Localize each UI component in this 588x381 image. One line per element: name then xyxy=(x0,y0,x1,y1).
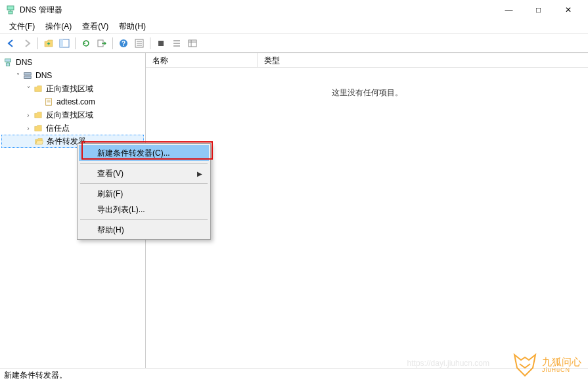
forward-button[interactable] xyxy=(20,36,34,51)
menu-action[interactable]: 操作(A) xyxy=(40,20,77,34)
context-label: 查看(V) xyxy=(97,168,124,179)
toolbar-separator xyxy=(75,37,76,49)
toolbar: ? xyxy=(0,34,588,53)
context-label: 新建条件转发器(C)... xyxy=(97,148,170,159)
folder-icon xyxy=(33,110,43,120)
show-hide-tree-button[interactable] xyxy=(57,36,72,51)
context-separator xyxy=(80,183,208,184)
detail-view-button[interactable] xyxy=(185,36,200,51)
tree-server[interactable]: ˅ DNS xyxy=(1,69,144,82)
stop-button[interactable] xyxy=(154,36,168,51)
svg-rect-19 xyxy=(5,59,11,62)
svg-rect-20 xyxy=(6,63,9,66)
title-bar: DNS 管理器 — □ ✕ xyxy=(0,0,588,20)
tree-zone-adtest[interactable]: adtest.com xyxy=(1,95,144,108)
submenu-arrow-icon: ▶ xyxy=(197,170,202,177)
context-export-list[interactable]: 导出列表(L)... xyxy=(79,202,209,217)
expand-toggle[interactable]: ˅ xyxy=(13,72,22,79)
svg-rect-1 xyxy=(9,11,12,14)
svg-rect-22 xyxy=(24,73,32,76)
maximize-button[interactable]: □ xyxy=(524,0,553,20)
zone-icon xyxy=(43,97,54,107)
expand-toggle[interactable]: › xyxy=(24,125,33,132)
tree-label: 信任点 xyxy=(46,123,70,134)
context-label: 刷新(F) xyxy=(97,189,123,200)
properties-button[interactable] xyxy=(132,36,147,51)
list-view-button[interactable] xyxy=(170,36,184,51)
tree-forward-zones[interactable]: ˅ 正向查找区域 xyxy=(1,82,144,95)
watermark-name: 九狐问心 xyxy=(542,357,581,367)
column-type[interactable]: 类型 xyxy=(258,53,286,67)
menu-bar: 文件(F) 操作(A) 查看(V) 帮助(H) xyxy=(0,20,588,34)
svg-rect-4 xyxy=(60,39,63,47)
expand-toggle[interactable]: › xyxy=(24,112,33,119)
watermark-sub: JiuHuCN xyxy=(542,367,581,373)
expand-toggle[interactable]: ˅ xyxy=(24,85,33,93)
folder-icon xyxy=(33,123,43,133)
list-pane: 名称 类型 这里没有任何项目。 xyxy=(146,53,588,368)
fox-logo-icon xyxy=(512,353,538,377)
toolbar-separator xyxy=(37,37,38,49)
column-name[interactable]: 名称 xyxy=(146,53,258,67)
app-icon xyxy=(5,5,16,15)
faint-url-overlay: https://dayi.jiuhucn.com xyxy=(407,359,489,368)
context-help[interactable]: 帮助(H) xyxy=(79,222,209,238)
dns-root-icon xyxy=(3,57,13,68)
watermark: 九狐问心 JiuHuCN xyxy=(512,353,581,377)
menu-view[interactable]: 查看(V) xyxy=(77,20,114,34)
tree-reverse-zones[interactable]: › 反向查找区域 xyxy=(1,108,144,122)
toolbar-separator xyxy=(112,37,113,49)
svg-rect-0 xyxy=(7,6,14,10)
tree-label: adtest.com xyxy=(57,97,95,106)
context-separator xyxy=(80,219,208,220)
tree-label: DNS xyxy=(35,71,52,80)
close-button[interactable]: ✕ xyxy=(553,0,583,20)
context-menu: 新建条件转发器(C)... 查看(V) ▶ 刷新(F) 导出列表(L)... 帮… xyxy=(77,143,211,240)
server-icon xyxy=(22,70,33,81)
context-view[interactable]: 查看(V) ▶ xyxy=(79,166,209,181)
minimize-button[interactable]: — xyxy=(494,0,524,20)
list-header: 名称 类型 xyxy=(146,53,588,68)
window-title: DNS 管理器 xyxy=(20,5,494,16)
status-text: 新建条件转发器。 xyxy=(4,370,67,381)
folder-icon xyxy=(33,83,43,94)
back-button[interactable] xyxy=(4,36,18,51)
menu-file[interactable]: 文件(F) xyxy=(4,20,40,34)
help-button[interactable]: ? xyxy=(116,36,131,51)
context-refresh[interactable]: 刷新(F) xyxy=(79,186,209,202)
svg-rect-23 xyxy=(24,76,32,79)
tree-label: 反向查找区域 xyxy=(46,110,93,121)
svg-text:?: ? xyxy=(122,40,125,47)
folder-open-icon xyxy=(34,136,44,146)
svg-rect-12 xyxy=(158,41,164,46)
toolbar-separator xyxy=(150,37,150,49)
up-button[interactable] xyxy=(41,36,56,51)
svg-rect-16 xyxy=(189,40,196,47)
status-bar: 新建条件转发器。 xyxy=(0,368,588,381)
tree-root-dns[interactable]: DNS xyxy=(1,56,144,69)
context-new-conditional-forwarder[interactable]: 新建条件转发器(C)... xyxy=(79,145,209,161)
tree-label: 正向查找区域 xyxy=(46,83,93,95)
refresh-button[interactable] xyxy=(79,36,93,51)
export-button[interactable] xyxy=(95,36,109,51)
menu-help[interactable]: 帮助(H) xyxy=(114,20,151,34)
context-label: 帮助(H) xyxy=(97,225,124,236)
tree-trust-points[interactable]: › 信任点 xyxy=(1,122,144,135)
empty-message: 这里没有任何项目。 xyxy=(146,87,588,99)
tree-label: DNS xyxy=(16,58,32,67)
context-label: 导出列表(L)... xyxy=(97,204,145,215)
context-separator xyxy=(80,163,208,164)
